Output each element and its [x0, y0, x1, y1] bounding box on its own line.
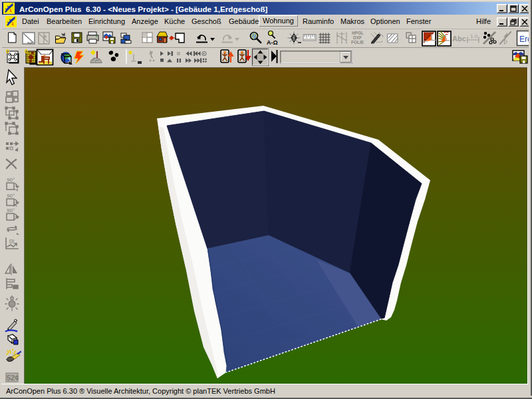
svg-text:Abc: Abc: [452, 35, 466, 43]
svg-text:DXF: DXF: [353, 35, 362, 40]
svg-text:90°: 90°: [7, 193, 15, 199]
svg-text:90°: 90°: [7, 207, 15, 213]
svg-text:1.0: 1.0: [470, 33, 478, 39]
svg-text:FOLIE: FOLIE: [351, 40, 364, 45]
svg-text:A-Ω: A-Ω: [267, 39, 278, 46]
svg-text:0!: 0!: [9, 238, 15, 245]
svg-text:90°: 90°: [7, 177, 15, 183]
svg-text:52¢: 52¢: [7, 374, 19, 382]
svg-text:HPGL: HPGL: [352, 31, 364, 35]
